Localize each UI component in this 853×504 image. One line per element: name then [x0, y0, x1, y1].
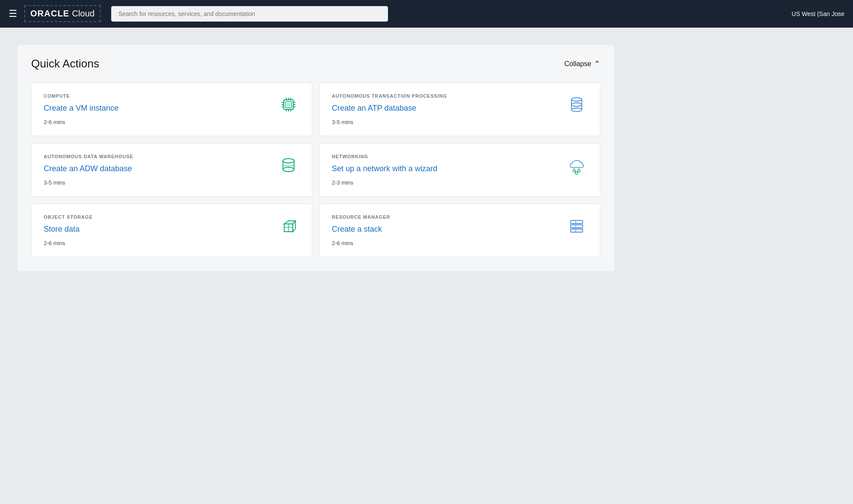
- compute-category: COMPUTE: [44, 93, 300, 99]
- resource-card[interactable]: RESOURCE MANAGER Create a stack 2-6 mins: [319, 204, 600, 257]
- collapse-button[interactable]: Collapse ⌃: [564, 59, 600, 69]
- quick-actions-panel: Quick Actions Collapse ⌃ COMPUTE Create …: [17, 45, 614, 271]
- svg-rect-36: [571, 220, 583, 223]
- compute-title[interactable]: Create a VM instance: [44, 104, 300, 113]
- chevron-up-icon: ⌃: [594, 59, 600, 69]
- search-input[interactable]: [111, 6, 388, 22]
- box-icon: [277, 214, 300, 237]
- panel-header: Quick Actions Collapse ⌃: [31, 57, 600, 70]
- svg-rect-37: [571, 225, 583, 228]
- header: ☰ ORACLE Cloud US West (San Jose: [0, 0, 853, 28]
- oracle-logo: ORACLE Cloud: [24, 5, 101, 22]
- atp-category: AUTONOMOUS TRANSACTION PROCESSING: [332, 93, 588, 99]
- networking-card[interactable]: NETWORKING Set up a network with a wizar…: [319, 143, 600, 197]
- adw-title[interactable]: Create an ADW database: [44, 164, 300, 173]
- networking-category: NETWORKING: [332, 154, 588, 159]
- panel-title: Quick Actions: [31, 57, 99, 70]
- svg-point-24: [573, 169, 576, 172]
- database-icon: [565, 93, 588, 116]
- cards-grid: COMPUTE Create a VM instance 2-6 mins: [31, 83, 600, 257]
- svg-marker-33: [293, 221, 295, 232]
- storage-title[interactable]: Store data: [44, 225, 300, 234]
- network-icon: [565, 154, 588, 176]
- storage-card[interactable]: OBJECT STORAGE Store data 2-6 mins: [31, 204, 312, 257]
- atp-title[interactable]: Create an ATP database: [332, 104, 588, 113]
- resource-category: RESOURCE MANAGER: [332, 214, 588, 220]
- adw-card[interactable]: AUTONOMOUS DATA WAREHOUSE Create an ADW …: [31, 143, 312, 197]
- networking-duration: 2-3 mins: [332, 179, 588, 186]
- svg-rect-38: [571, 229, 583, 232]
- resource-title[interactable]: Create a stack: [332, 225, 588, 234]
- resource-duration: 2-6 mins: [332, 240, 588, 246]
- database2-icon: [277, 154, 300, 176]
- svg-point-26: [575, 172, 578, 175]
- atp-card[interactable]: AUTONOMOUS TRANSACTION PROCESSING Create…: [319, 83, 600, 136]
- compute-card[interactable]: COMPUTE Create a VM instance 2-6 mins: [31, 83, 312, 136]
- svg-point-21: [283, 167, 294, 172]
- storage-duration: 2-6 mins: [44, 240, 300, 246]
- svg-point-25: [578, 169, 580, 172]
- adw-duration: 3-5 mins: [44, 179, 300, 186]
- menu-button[interactable]: ☰: [9, 9, 17, 19]
- compute-duration: 2-6 mins: [44, 119, 300, 125]
- svg-rect-14: [287, 103, 290, 106]
- collapse-label: Collapse: [564, 60, 591, 68]
- cloud-text: Cloud: [72, 9, 94, 19]
- oracle-text: ORACLE: [30, 9, 69, 19]
- storage-category: OBJECT STORAGE: [44, 214, 300, 220]
- main-content: Quick Actions Collapse ⌃ COMPUTE Create …: [0, 28, 853, 504]
- region-label: US West (San Jose: [792, 10, 844, 17]
- svg-point-15: [571, 98, 582, 101]
- networking-title[interactable]: Set up a network with a wizard: [332, 164, 588, 173]
- chip-icon: [277, 93, 300, 116]
- svg-point-16: [571, 103, 582, 106]
- atp-duration: 3-5 mins: [332, 119, 588, 125]
- adw-category: AUTONOMOUS DATA WAREHOUSE: [44, 154, 300, 159]
- stack-icon: [565, 214, 588, 237]
- svg-point-20: [283, 159, 294, 163]
- svg-point-17: [571, 108, 582, 112]
